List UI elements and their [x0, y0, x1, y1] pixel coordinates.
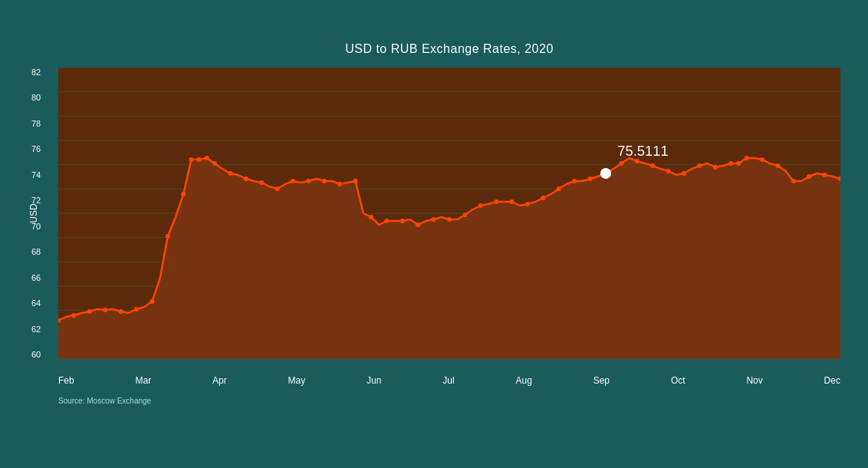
svg-point-38 [400, 219, 405, 223]
svg-point-67 [823, 173, 827, 177]
svg-point-21 [166, 234, 170, 239]
x-tick-dec: Dec [824, 375, 840, 386]
svg-point-54 [635, 159, 639, 163]
svg-point-55 [650, 163, 655, 168]
svg-point-62 [745, 156, 749, 160]
svg-point-43 [478, 203, 483, 208]
x-tick-may: May [288, 375, 306, 386]
svg-point-42 [462, 213, 467, 217]
svg-point-33 [322, 179, 327, 183]
svg-point-58 [697, 163, 702, 168]
svg-point-24 [197, 157, 202, 162]
svg-point-18 [119, 309, 123, 314]
svg-point-53 [619, 161, 623, 166]
x-tick-oct: Oct [671, 375, 686, 386]
svg-point-22 [181, 192, 186, 196]
svg-point-27 [228, 171, 232, 176]
svg-point-17 [103, 308, 107, 312]
y-tick: 82 [31, 68, 41, 77]
svg-point-56 [666, 169, 671, 173]
svg-point-26 [212, 161, 217, 166]
x-tick-mar: Mar [136, 375, 152, 386]
svg-point-59 [713, 165, 718, 170]
svg-point-35 [353, 179, 358, 183]
svg-point-41 [447, 217, 452, 222]
x-tick-feb: Feb [58, 375, 74, 386]
y-tick: 74 [31, 170, 41, 180]
chart-container: USD to RUB Exchange Rates, 2020 USD 82 8… [12, 19, 856, 449]
y-tick: 62 [31, 325, 41, 334]
svg-point-30 [275, 186, 280, 191]
y-tick: 60 [31, 350, 41, 359]
svg-text:75.5111: 75.5111 [617, 143, 668, 159]
svg-point-19 [134, 307, 139, 311]
svg-point-50 [588, 176, 593, 181]
svg-point-46 [525, 202, 530, 206]
svg-point-29 [259, 180, 264, 185]
svg-point-44 [494, 199, 498, 204]
svg-point-15 [71, 313, 76, 318]
svg-point-47 [541, 196, 545, 200]
svg-point-49 [572, 179, 577, 183]
svg-point-65 [791, 179, 796, 183]
svg-point-28 [244, 176, 248, 181]
svg-point-45 [510, 199, 515, 204]
svg-point-60 [728, 161, 733, 166]
svg-point-16 [87, 309, 92, 314]
svg-point-25 [205, 156, 209, 160]
svg-marker-13 [58, 158, 840, 359]
svg-point-63 [760, 157, 764, 162]
svg-point-36 [369, 215, 373, 219]
source-text: Source: Moscow Exchange [58, 397, 151, 405]
x-tick-nov: Nov [746, 375, 762, 386]
svg-point-40 [432, 217, 436, 222]
svg-point-34 [337, 182, 342, 186]
svg-point-23 [189, 157, 193, 162]
y-tick: 64 [31, 298, 41, 308]
svg-point-32 [306, 179, 311, 183]
svg-point-52 [601, 169, 610, 178]
svg-point-64 [775, 163, 780, 168]
svg-point-48 [557, 186, 561, 191]
chart-area: 75.5111 [58, 68, 840, 359]
x-tick-jul: Jul [442, 375, 454, 386]
svg-point-31 [291, 179, 295, 183]
x-tick-jun: Jun [367, 375, 381, 386]
y-tick: 68 [31, 247, 41, 256]
svg-point-66 [807, 174, 811, 179]
x-axis-labels: Feb Mar Apr May Jun Jul Aug Sep Oct Nov … [58, 375, 840, 386]
svg-point-61 [736, 161, 741, 166]
y-tick: 66 [31, 273, 41, 282]
svg-point-39 [416, 222, 420, 227]
svg-point-20 [150, 299, 154, 304]
y-tick: 76 [31, 144, 41, 153]
x-tick-apr: Apr [212, 375, 227, 386]
svg-point-37 [384, 219, 389, 223]
svg-point-57 [682, 171, 686, 176]
y-tick: 70 [31, 222, 41, 231]
x-tick-aug: Aug [515, 375, 531, 386]
chart-title: USD to RUB Exchange Rates, 2020 [58, 42, 840, 56]
chart-svg: 75.5111 [58, 68, 840, 359]
x-tick-sep: Sep [593, 375, 610, 386]
y-tick: 80 [31, 93, 41, 102]
y-axis-ticks: 82 80 78 76 74 72 70 68 66 64 62 60 [31, 68, 41, 359]
y-tick: 78 [31, 119, 41, 128]
y-tick: 72 [31, 196, 41, 205]
